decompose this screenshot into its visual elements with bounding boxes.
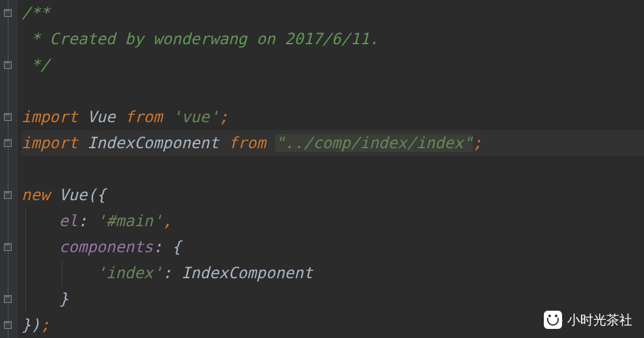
token-pu: , [163, 212, 172, 230]
code-line[interactable] [21, 156, 644, 182]
token-prop: el [59, 212, 78, 230]
fold-toggle-icon[interactable] [4, 243, 12, 251]
fold-toggle-icon[interactable] [4, 9, 12, 17]
fold-toggle-icon[interactable] [4, 191, 12, 199]
indent-guide [62, 260, 62, 286]
indent-guide [25, 234, 26, 260]
code-editor[interactable]: /** * Created by wonderwang on 2017/6/11… [0, 0, 644, 338]
token-kw: from [228, 134, 275, 152]
watermark-text: 小时光茶社 [567, 311, 632, 329]
token-id: Vue [87, 108, 125, 126]
token-id: IndexComponent [87, 134, 228, 152]
code-line[interactable]: components: { [21, 234, 644, 260]
token-pu: ; [40, 316, 49, 334]
token-kw: import [21, 134, 87, 152]
token-doc: */ [21, 56, 49, 74]
code-line[interactable]: * Created by wonderwang on 2017/6/11. [21, 26, 644, 52]
indent-guide [25, 286, 26, 312]
token-id: : [78, 212, 97, 230]
token-kw: import [21, 108, 87, 126]
code-line[interactable]: import IndexComponent from "../comp/inde… [21, 130, 644, 156]
code-line[interactable]: new Vue({ [21, 182, 644, 208]
indent-space [21, 212, 59, 230]
indent-guide [25, 260, 26, 286]
editor-gutter [0, 0, 18, 338]
token-strhl: "../comp/index/index" [275, 134, 472, 152]
fold-toggle-icon[interactable] [4, 139, 12, 147]
indent-guide [25, 208, 26, 234]
token-id: }) [21, 316, 40, 334]
token-pu: ; [473, 134, 482, 152]
wechat-chat-icon [544, 311, 562, 329]
token-id: : IndexComponent [163, 264, 313, 282]
token-prop: components [59, 238, 154, 256]
token-id: } [59, 290, 68, 308]
token-str: 'index' [97, 264, 163, 282]
watermark: 小时光茶社 [544, 311, 632, 329]
token-doc: /** [21, 4, 49, 22]
token-pu: ; [219, 108, 228, 126]
indent-space [21, 290, 59, 308]
fold-toggle-icon[interactable] [4, 113, 12, 121]
fold-toggle-icon[interactable] [4, 295, 12, 303]
code-line[interactable]: /** [21, 0, 644, 26]
fold-toggle-icon[interactable] [4, 321, 12, 329]
indent-space [21, 238, 59, 256]
code-line[interactable]: */ [21, 52, 644, 78]
token-kw: from [125, 108, 172, 126]
code-line[interactable]: 'index': IndexComponent [21, 260, 644, 286]
code-line[interactable]: el: '#main', [21, 208, 644, 234]
token-id: : { [153, 238, 181, 256]
indent-space [21, 264, 97, 282]
token-kw: new [21, 186, 59, 204]
code-line[interactable]: } [21, 286, 644, 312]
fold-toggle-icon[interactable] [4, 61, 12, 69]
code-line[interactable] [21, 78, 644, 104]
code-line[interactable]: import Vue from 'vue'; [21, 104, 644, 130]
token-id: Vue({ [59, 186, 106, 204]
code-area[interactable]: /** * Created by wonderwang on 2017/6/11… [18, 0, 644, 338]
token-doc: * Created by wonderwang on 2017/6/11. [21, 30, 379, 48]
token-str: 'vue' [172, 108, 219, 126]
fold-guide-line [8, 0, 8, 338]
token-str: '#main' [97, 212, 163, 230]
